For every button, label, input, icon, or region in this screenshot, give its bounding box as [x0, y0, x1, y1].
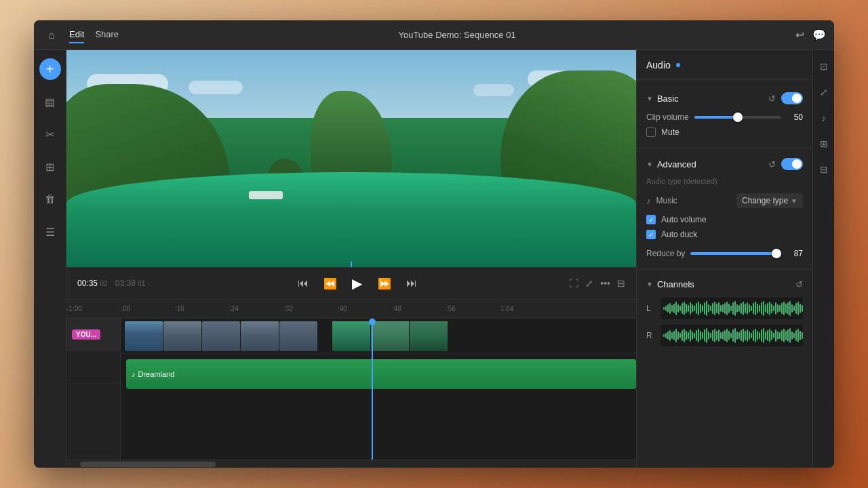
trash-icon[interactable]: 🗑 — [39, 188, 61, 210]
channels-section-header[interactable]: ▼ Channels ↺ — [637, 272, 812, 295]
reduce-slider-fill — [690, 252, 776, 255]
main-layout: + ▤ ✂ ⊞ 🗑 ☰ — [34, 50, 834, 468]
slider-fill — [694, 116, 738, 119]
chat-icon[interactable]: 💬 — [812, 28, 826, 41]
scroll-thumb[interactable] — [80, 462, 216, 467]
rewind-button[interactable]: ⏪ — [321, 274, 340, 293]
rp-crop-icon[interactable]: ⊡ — [816, 58, 832, 75]
reduce-by-slider[interactable] — [690, 252, 781, 255]
reduce-slider-track — [690, 252, 781, 255]
basic-section-actions: ↺ — [768, 92, 803, 104]
home-icon[interactable]: ⌂ — [42, 26, 61, 45]
filter-icon[interactable]: ☰ — [39, 221, 61, 243]
undo-icon[interactable]: ↩ — [795, 28, 804, 41]
reduce-slider-thumb[interactable] — [772, 249, 781, 258]
channels-section-title: Channels — [657, 279, 791, 289]
video-frame — [66, 50, 636, 267]
video-preview — [66, 50, 636, 267]
scissors-icon[interactable]: ✂ — [39, 123, 61, 145]
channel-r-row: R — [637, 322, 812, 349]
clip-volume-row: Clip volume 50 — [637, 110, 812, 125]
timeline-ruler: -1:00 :08 :16 :24 :32 :40 :48 :56 1:04 — [66, 300, 636, 319]
auto-volume-checkbox[interactable]: ✓ — [646, 215, 656, 224]
basic-reset-icon[interactable]: ↺ — [768, 94, 776, 104]
clip-volume-value: 50 — [787, 113, 803, 122]
advanced-reset-icon[interactable]: ↺ — [768, 159, 776, 169]
audio-clip[interactable]: ♪ Dreamland // Generate random waveform … — [126, 359, 636, 389]
zoom-icon[interactable]: ⤢ — [585, 278, 593, 289]
video-clip[interactable] — [125, 320, 448, 352]
playback-bar: 00:35 02 03:38 01 ⏮ ⏪ ▶ ⏩ ⏭ ⛶ ⤢ — [66, 267, 636, 300]
ruler-mark: :56 — [446, 305, 456, 312]
timeline-scrollbar — [66, 460, 636, 468]
slider-track — [694, 116, 781, 119]
detected-label: Audio type (detected) — [637, 176, 812, 189]
channels-reset-icon[interactable]: ↺ — [795, 279, 803, 289]
rp-color-icon[interactable]: ⊞ — [816, 136, 832, 152]
ruler-mark: :48 — [392, 305, 401, 312]
panel-header: Audio — [637, 50, 812, 80]
basic-section-title: Basic — [657, 94, 764, 104]
change-type-selector[interactable]: Change type ▼ — [736, 193, 803, 208]
clip-volume-slider[interactable] — [694, 116, 781, 119]
add-button[interactable]: + — [39, 58, 61, 80]
mute-row: Mute — [637, 125, 812, 140]
auto-duck-checkbox[interactable]: ✓ — [646, 230, 656, 239]
advanced-section-header[interactable]: ▼ Advanced ↺ — [637, 151, 812, 176]
basic-toggle[interactable] — [781, 92, 803, 104]
center-area: 00:35 02 03:38 01 ⏮ ⏪ ▶ ⏩ ⏭ ⛶ ⤢ — [66, 50, 636, 468]
video-track — [121, 319, 636, 354]
channel-l-waveform — [661, 298, 803, 319]
advanced-section-title: Advanced — [657, 159, 764, 169]
app-window: ⌂ Edit Share YouTube Demo: Sequence 01 ↩… — [34, 20, 834, 468]
rp-more-icon[interactable]: ⊟ — [816, 161, 832, 178]
slider-thumb[interactable] — [733, 113, 743, 122]
fast-forward-button[interactable]: ⏩ — [375, 274, 394, 293]
ruler-mark: :32 — [283, 305, 293, 312]
stack-icon[interactable]: ⊞ — [39, 156, 61, 178]
nav-share[interactable]: Share — [95, 26, 119, 43]
ruler-mark: 1:04 — [500, 305, 513, 312]
top-nav: Edit Share — [69, 26, 119, 43]
channels-section-actions: ↺ — [795, 279, 803, 289]
panel-title: Audio — [646, 60, 671, 70]
app-title: YouTube Demo: Sequence 01 — [119, 30, 795, 40]
channel-l-label: L — [646, 304, 656, 313]
more-icon[interactable]: ••• — [600, 278, 610, 289]
audio-track-label — [66, 351, 120, 384]
play-button[interactable]: ▶ — [348, 274, 367, 293]
video-track-label: YOU... — [66, 319, 120, 351]
fullscreen-icon[interactable]: ⛶ — [569, 278, 578, 289]
nav-edit[interactable]: Edit — [69, 26, 84, 43]
skip-end-button[interactable]: ⏭ — [402, 274, 421, 293]
rp-transform-icon[interactable]: ⤢ — [816, 84, 832, 100]
advanced-chevron: ▼ — [646, 161, 653, 168]
advanced-section-actions: ↺ — [768, 158, 803, 170]
collapse-icon[interactable]: ⊟ — [617, 278, 625, 289]
audio-type-row: ♪ Music Change type ▼ — [637, 189, 812, 212]
mute-checkbox[interactable] — [646, 127, 656, 137]
basic-section-header[interactable]: ▼ Basic ↺ — [637, 85, 812, 110]
mute-label: Mute — [661, 127, 679, 137]
tracks-container: ♪ Dreamland // Generate random waveform … — [121, 319, 636, 460]
auto-duck-row: ✓ Auto duck — [637, 227, 812, 242]
advanced-toggle[interactable] — [781, 158, 803, 170]
timeline-area: -1:00 :08 :16 :24 :32 :40 :48 :56 1:04 Y… — [66, 300, 636, 468]
audio-track: ♪ Dreamland // Generate random waveform … — [121, 354, 636, 394]
channels-chevron: ▼ — [646, 281, 653, 288]
basic-toggle-knob — [792, 94, 802, 103]
channel-r-label: R — [646, 331, 656, 340]
audio-waveform: // Generate random waveform bars inline … — [180, 362, 636, 386]
audio-clip-label: ♪ Dreamland — [132, 370, 174, 378]
media-icon[interactable]: ▤ — [39, 91, 61, 113]
rp-audio-icon[interactable]: ♪ — [816, 110, 832, 126]
current-time: 00:35 02 — [77, 279, 108, 288]
track-labels: YOU... — [66, 319, 121, 460]
skip-start-button[interactable]: ⏮ — [294, 274, 313, 293]
ruler-mark: -1:00 — [66, 305, 82, 312]
ruler-mark: :24 — [229, 305, 239, 312]
top-bar: ⌂ Edit Share YouTube Demo: Sequence 01 ↩… — [34, 20, 834, 50]
track-badge: YOU... — [72, 329, 100, 340]
channels-section: ▼ Channels ↺ L — [637, 272, 812, 349]
time-display: 00:35 02 03:38 01 — [77, 279, 145, 288]
